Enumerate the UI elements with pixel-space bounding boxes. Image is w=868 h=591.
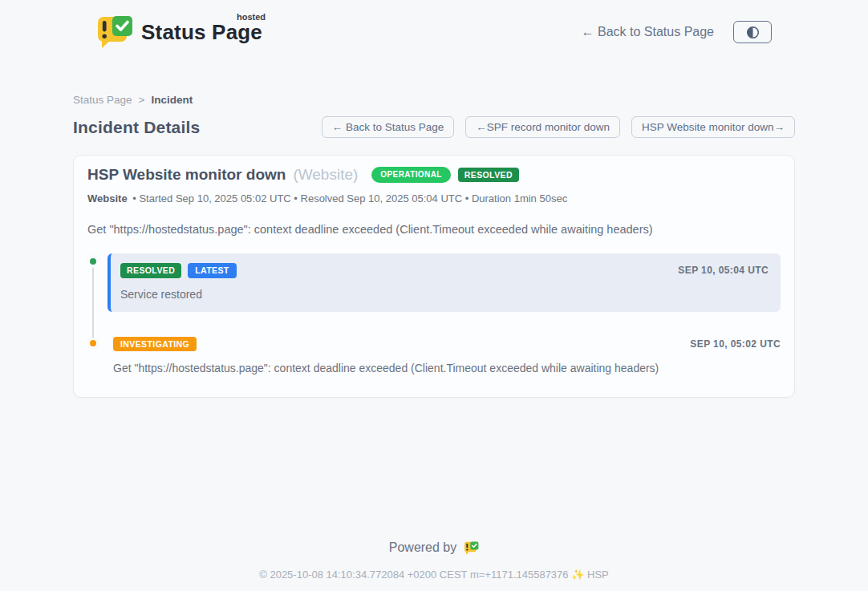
back-to-status-page-link[interactable]: ← Back to Status Page [582, 25, 714, 39]
page-title: Incident Details [73, 118, 200, 137]
status-page-logo-icon [96, 15, 133, 49]
incident-nav-buttons: ← Back to Status Page ←SPF record monito… [322, 116, 795, 138]
powered-by-label: Powered by [389, 540, 457, 555]
main-content: Status Page > Incident Incident Details … [73, 94, 795, 398]
powered-by-link[interactable]: Powered by [389, 540, 480, 555]
update-message: Get "https://hostedstatus.page": context… [107, 362, 781, 374]
timeline-dot-green [87, 256, 99, 267]
incident-card-header: HSP Website monitor down (Website) OPERA… [87, 166, 781, 184]
hsp-logo-icon [464, 541, 479, 555]
resolved-state-badge: RESOLVED [458, 168, 519, 183]
copyright-text: © 2025-10-08 14:10:34.772084 +0200 CEST … [0, 569, 868, 581]
logo-text: Status Page [141, 20, 262, 44]
incident-source: Website [87, 192, 128, 204]
incident-meta-details: • Started Sep 10, 2025 05:02 UTC • Resol… [132, 192, 567, 204]
incident-meta: Website • Started Sep 10, 2025 05:02 UTC… [87, 192, 781, 204]
update-timestamp: SEP 10, 05:04 UTC [678, 265, 769, 276]
incident-description: Get "https://hostedstatus.page": context… [87, 223, 781, 236]
theme-toggle-button[interactable] [733, 21, 772, 43]
update-timestamp: SEP 10, 05:02 UTC [690, 338, 781, 350]
contrast-icon [746, 26, 760, 39]
update-badge-latest: LATEST [188, 263, 236, 278]
update-message: Service restored [120, 288, 769, 301]
breadcrumb-separator: > [139, 94, 145, 106]
update-badge-resolved: RESOLVED [120, 263, 181, 278]
app-header: Status Page hosted ← Back to Status Page [0, 0, 868, 53]
incident-scope: (Website) [293, 166, 358, 184]
timeline-entry-investigating: INVESTIGATING SEP 10, 05:02 UTC Get "htt… [87, 337, 781, 375]
update-badge-investigating: INVESTIGATING [113, 337, 197, 352]
breadcrumb-current: Incident [151, 94, 193, 106]
prev-incident-button[interactable]: ←SPF record monitor down [465, 116, 620, 138]
timeline-entry-resolved: RESOLVED LATEST SEP 10, 05:04 UTC Servic… [87, 253, 781, 312]
breadcrumb: Status Page > Incident [73, 94, 795, 106]
incident-card: HSP Website monitor down (Website) OPERA… [73, 155, 795, 398]
timeline-dot-orange [87, 338, 99, 349]
next-incident-button[interactable]: HSP Website monitor down→ [631, 116, 795, 138]
update-highlight-box: RESOLVED LATEST SEP 10, 05:04 UTC Servic… [107, 253, 781, 312]
operational-status-badge: OPERATIONAL [371, 167, 450, 183]
logo-superscript: hosted [237, 12, 266, 22]
incident-title: HSP Website monitor down [87, 166, 286, 184]
page-footer: Powered by © 2025-10-08 14:10:34.772084 … [0, 540, 868, 581]
app-logo[interactable]: Status Page hosted [96, 15, 262, 49]
back-to-status-page-button[interactable]: ← Back to Status Page [322, 116, 455, 138]
header-actions: ← Back to Status Page [582, 21, 772, 43]
title-row: Incident Details ← Back to Status Page ←… [73, 116, 795, 138]
incident-timeline: RESOLVED LATEST SEP 10, 05:04 UTC Servic… [87, 253, 781, 374]
breadcrumb-root[interactable]: Status Page [73, 94, 132, 106]
